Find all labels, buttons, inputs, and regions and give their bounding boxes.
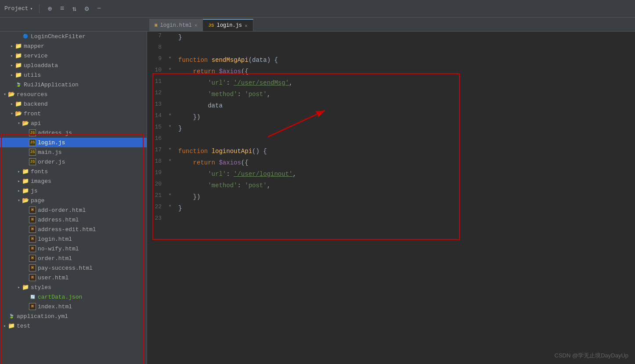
code-line-21: 21 ▾ }) — [147, 191, 635, 203]
code-editor[interactable]: 7 } 8 9 ▾ function sendMsgApi(data) { — [147, 32, 635, 364]
sidebar-item-uploaddata[interactable]: 📁 uploaddata — [0, 61, 147, 70]
add-icon[interactable]: ⊕ — [46, 4, 54, 13]
html-file-icon-address: H — [29, 216, 36, 223]
sidebar-item-address-html[interactable]: H address.html — [0, 215, 147, 225]
line-number: 13 — [147, 100, 167, 107]
empty-arrow16 — [23, 303, 29, 310]
sidebar-item-service[interactable]: 📁 service — [0, 51, 147, 61]
sidebar-item-ruijiapplication[interactable]: 🍃 RuiJiApplication — [0, 80, 147, 89]
project-menu[interactable]: Project ▾ — [4, 5, 33, 12]
code-line-16: 16 — [147, 134, 635, 146]
sidebar-item-fonts[interactable]: 📁 fonts — [0, 167, 147, 176]
fold-indicator: ▾ — [167, 54, 173, 61]
spring-file-icon: 🍃 — [15, 81, 22, 88]
sidebar-item-order-html[interactable]: H order.html — [0, 253, 147, 263]
sidebar-item-mapper[interactable]: 📁 mapper — [0, 41, 147, 51]
tab-login-html-close[interactable]: ✕ — [195, 22, 198, 28]
sidebar-item-resources[interactable]: 📂 resources — [0, 89, 147, 99]
line-number: 23 — [147, 214, 167, 221]
line-content: return $axios({ — [175, 157, 635, 168]
folder-icon-images: 📁 — [22, 178, 29, 185]
arrow-front — [9, 111, 15, 117]
empty-arrow9 — [23, 226, 29, 232]
sidebar-item-js-folder[interactable]: 📁 js — [0, 186, 147, 196]
arrow-service — [9, 53, 15, 59]
sidebar-item-login-js[interactable]: JS login.js — [0, 138, 147, 147]
sidebar-item-label: login.js — [38, 139, 65, 146]
code-line-23: 23 — [147, 214, 635, 225]
arrow-fonts — [16, 168, 22, 175]
empty-arrow — [16, 33, 22, 39]
sidebar-item-application-yml[interactable]: 🍃 application.yml — [0, 311, 147, 321]
sidebar-item-logincheckfilter[interactable]: 🔵 LoginCheckFilter — [0, 32, 147, 41]
line-content: 'method': 'post', — [175, 180, 635, 191]
js-file-icon-addr: JS — [29, 129, 36, 136]
sidebar-item-login-html[interactable]: H login.html — [0, 234, 147, 244]
sidebar-item-test[interactable]: 📁 test — [0, 321, 147, 331]
sidebar-item-label: test — [17, 323, 30, 329]
code-line-13: 13 data — [147, 100, 635, 111]
sidebar-item-front[interactable]: 📂 front — [0, 109, 147, 118]
sidebar-item-add-order-html[interactable]: H add-order.html — [0, 205, 147, 215]
empty-arrow14 — [23, 275, 29, 281]
line-content: }) — [175, 191, 635, 203]
line-number: 10 — [147, 66, 167, 73]
sidebar: 🔵 LoginCheckFilter 📁 mapper 📁 service 📁 … — [0, 32, 147, 364]
sidebar-item-label: order.html — [38, 255, 72, 262]
sidebar-item-main-js[interactable]: JS main.js — [0, 147, 147, 157]
sidebar-item-label: RuiJiApplication — [24, 82, 79, 88]
sidebar-item-address-js[interactable]: JS address.js — [0, 128, 147, 138]
sidebar-item-pay-success-html[interactable]: H pay-success.html — [0, 263, 147, 273]
sidebar-item-utils[interactable]: 📁 utils — [0, 70, 147, 80]
arrow-backend — [9, 101, 15, 107]
code-line-19: 19 'url': '/user/loginout', — [147, 168, 635, 180]
sidebar-item-label: resources — [17, 91, 47, 98]
empty-arrow5 — [23, 149, 29, 155]
empty-arrow15 — [23, 294, 29, 300]
arrow-uploaddata — [9, 62, 15, 68]
sidebar-item-label: no-wify.html — [38, 246, 79, 252]
code-line-14: 14 ▾ }) — [147, 111, 635, 123]
sidebar-item-images[interactable]: 📁 images — [0, 176, 147, 186]
line-content: data — [175, 100, 635, 111]
sidebar-item-label: styles — [31, 284, 51, 291]
sidebar-item-label: cartData.json — [38, 294, 82, 300]
sidebar-item-no-wify-html[interactable]: H no-wify.html — [0, 244, 147, 253]
sidebar-item-label: application.yml — [17, 313, 68, 320]
fold-indicator: ▾ — [167, 191, 173, 198]
folder-icon-service: 📁 — [15, 52, 22, 59]
html-file-icon-user: H — [29, 274, 36, 281]
list-icon[interactable]: ≡ — [58, 4, 67, 13]
folder-icon-fonts: 📁 — [22, 168, 29, 175]
tab-login-js[interactable]: JS login.js ✕ — [203, 19, 253, 31]
line-number: 18 — [147, 157, 167, 164]
sidebar-item-index-html[interactable]: H index.html — [0, 302, 147, 311]
code-line-11: 11 'url': '/user/sendMsg', — [147, 77, 635, 89]
sidebar-item-api[interactable]: 📂 api — [0, 118, 147, 128]
sidebar-item-label: js — [31, 188, 38, 194]
sidebar-item-address-edit-html[interactable]: H address-edit.html — [0, 225, 147, 234]
sidebar-item-order-js[interactable]: JS order.js — [0, 157, 147, 167]
sidebar-item-page[interactable]: 📂 page — [0, 196, 147, 205]
project-label: Project — [4, 5, 29, 12]
sidebar-item-cartdata-json[interactable]: 🔄 cartData.json — [0, 292, 147, 302]
code-line-9: 9 ▾ function sendMsgApi(data) { — [147, 54, 635, 66]
arrow-api — [16, 120, 22, 126]
tab-login-html[interactable]: H login.html ✕ — [149, 19, 203, 31]
tab-login-js-close[interactable]: ✕ — [245, 23, 248, 29]
line-content: } — [175, 32, 635, 43]
minus-icon[interactable]: − — [95, 4, 104, 13]
folder-icon-utils: 📁 — [15, 71, 22, 79]
sidebar-item-user-html[interactable]: H user.html — [0, 273, 147, 282]
line-content: 'method': 'post', — [175, 89, 635, 100]
sidebar-item-backend[interactable]: 📁 backend — [0, 99, 147, 109]
fold-indicator: ▾ — [167, 203, 173, 209]
settings-icon[interactable]: ⚙ — [83, 4, 91, 13]
split-icon[interactable]: ⇅ — [70, 4, 79, 13]
sidebar-item-styles[interactable]: 📁 styles — [0, 282, 147, 292]
sidebar-item-label: login.html — [38, 236, 72, 243]
editor-area: 7 } 8 9 ▾ function sendMsgApi(data) { — [147, 32, 635, 364]
sidebar-item-label: LoginCheckFilter — [31, 33, 86, 40]
line-number: 8 — [147, 43, 167, 50]
line-content: return $axios({ — [175, 66, 635, 77]
